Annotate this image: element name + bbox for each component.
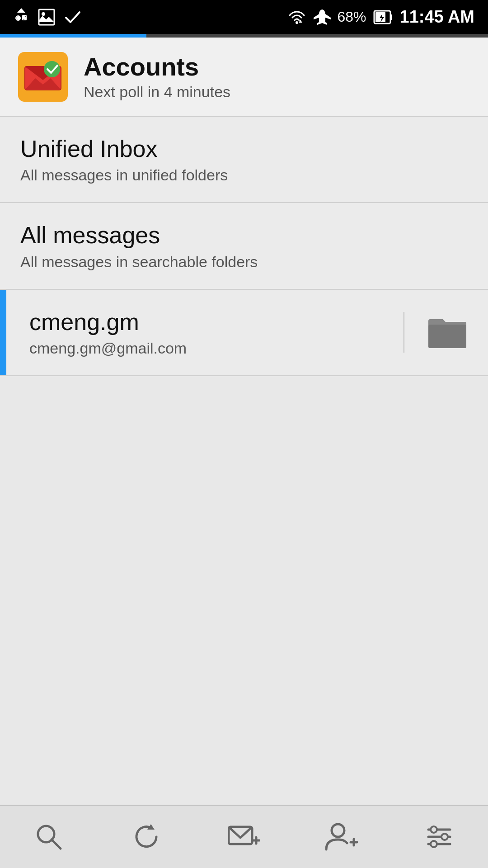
add-account-nav-icon (325, 822, 358, 851)
account-accent-bar (0, 290, 6, 375)
nav-refresh[interactable] (110, 806, 183, 868)
svg-point-4 (296, 21, 298, 24)
status-time: 11:45 AM (400, 7, 474, 27)
all-messages-item[interactable]: All messages All messages in searchable … (0, 203, 488, 289)
svg-point-21 (332, 824, 344, 837)
app-header[interactable]: Accounts Next poll in 4 minutes (0, 38, 488, 117)
svg-point-29 (431, 841, 437, 847)
image-icon (38, 9, 55, 26)
all-messages-subtitle: All messages in searchable folders (20, 253, 468, 271)
bottom-navigation (0, 805, 488, 868)
svg-point-13 (44, 61, 60, 77)
battery-percentage: 68% (338, 9, 366, 25)
progress-bar (0, 34, 488, 38)
all-messages-content: All messages All messages in searchable … (20, 221, 468, 270)
account-content: cmeng.gm cmeng.gm@gmail.com (20, 308, 390, 357)
refresh-nav-icon (132, 822, 161, 851)
settings-nav-icon (425, 822, 454, 851)
account-name: cmeng.gm (29, 308, 390, 336)
search-nav-icon (34, 822, 63, 851)
check-icon (64, 9, 81, 26)
nav-settings[interactable] (403, 806, 475, 868)
folder-icon-container[interactable] (427, 312, 468, 353)
app-header-text: Accounts Next poll in 4 minutes (84, 53, 230, 101)
progress-bar-fill (0, 34, 146, 38)
header-title: Accounts (84, 53, 230, 81)
unified-inbox-subtitle: All messages in unified folders (20, 166, 468, 184)
status-bar-right-icons: 68% 11:45 AM (287, 7, 474, 27)
nav-search[interactable] (13, 806, 85, 868)
svg-rect-2 (39, 9, 54, 25)
wifi-download-icon (287, 7, 307, 27)
unified-inbox-item[interactable]: Unified Inbox All messages in unified fo… (0, 117, 488, 203)
unified-inbox-title: Unified Inbox (20, 135, 468, 163)
airplane-icon (314, 9, 331, 26)
compose-nav-icon (228, 822, 260, 851)
header-subtitle: Next poll in 4 minutes (84, 83, 230, 101)
usb-icon (14, 7, 29, 27)
svg-point-28 (441, 834, 448, 840)
svg-rect-14 (428, 325, 466, 348)
svg-point-3 (42, 12, 45, 16)
svg-rect-6 (390, 14, 392, 20)
account-email: cmeng.gm@gmail.com (29, 340, 390, 357)
app-logo (18, 52, 68, 102)
battery-icon (373, 7, 393, 27)
nav-compose[interactable] (208, 806, 280, 868)
nav-add-account[interactable] (305, 806, 378, 868)
status-bar: 68% 11:45 AM (0, 0, 488, 34)
unified-inbox-content: Unified Inbox All messages in unified fo… (20, 135, 468, 184)
all-messages-title: All messages (20, 221, 468, 249)
folder-icon (428, 316, 467, 349)
account-item[interactable]: cmeng.gm cmeng.gm@gmail.com (0, 290, 488, 376)
status-bar-left-icons (14, 7, 81, 27)
account-divider (404, 312, 404, 353)
svg-point-27 (431, 826, 437, 833)
svg-line-16 (52, 840, 61, 849)
